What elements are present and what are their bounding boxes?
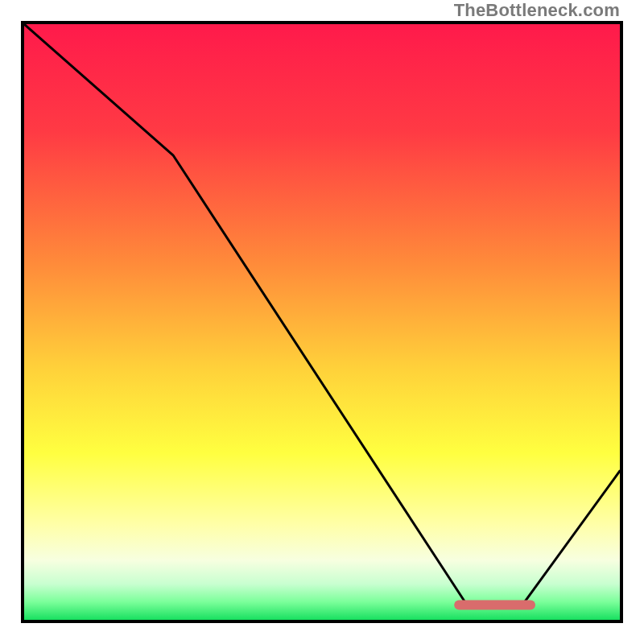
chart-canvas: [24, 24, 620, 620]
gradient-background: [24, 24, 620, 620]
watermark-text: TheBottleneck.com: [454, 0, 620, 21]
chart-frame: [21, 21, 623, 623]
